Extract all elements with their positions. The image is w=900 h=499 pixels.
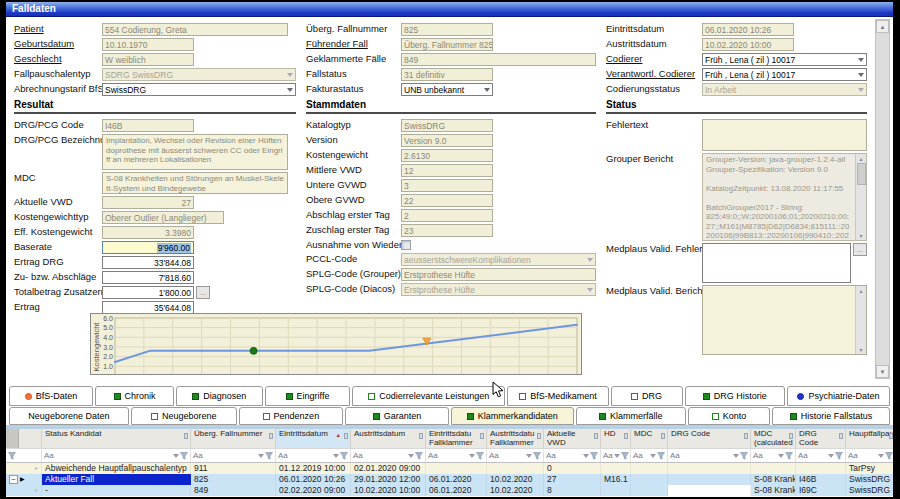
chevron-down-icon[interactable] <box>258 454 264 461</box>
tab-codierrelevante-leistungen[interactable]: Codierrelevante Leistungen <box>352 386 505 406</box>
tab-klammerkandidaten[interactable]: Klammerkandidaten <box>451 407 574 425</box>
scroll-down-icon[interactable]: ▾ <box>859 231 862 240</box>
chevron-down-icon[interactable] <box>778 454 784 461</box>
filter-funnel-icon[interactable] <box>180 452 188 460</box>
tab-konto[interactable]: Konto <box>688 407 770 425</box>
filter-austrittsdatu-fallklammer[interactable]: Aa <box>487 449 544 462</box>
chevron-down-icon[interactable] <box>828 454 834 461</box>
chevron-down-icon[interactable] <box>469 454 475 461</box>
tab-eingriffe[interactable]: Eingriffe <box>265 386 350 406</box>
column-header-drg-code[interactable]: DRG Code <box>668 429 751 448</box>
ausnahme-von-wiederaufr-checkbox[interactable] <box>401 240 411 250</box>
codierer-select[interactable]: Früh , Lena ( zil ) 10017 <box>702 53 867 66</box>
column-header-eintrittsdatum[interactable]: Eintrittsdatum▲ <box>276 429 351 448</box>
tab-neugeborene[interactable]: Neugeborene <box>131 407 237 425</box>
filter-mdc[interactable]: Aa <box>631 449 668 462</box>
filter-drg-code[interactable]: Aa <box>668 449 751 462</box>
scroll-down-icon[interactable]: ▾ <box>859 345 862 354</box>
scroll-down-icon[interactable]: ▼ <box>876 365 889 378</box>
column-header-status-kandidat[interactable]: Status Kandidat <box>42 429 191 448</box>
filter-funnel-icon[interactable] <box>740 452 748 460</box>
tab-klammerfälle[interactable]: Klammerfälle <box>576 407 686 425</box>
filter-eintrittsdatu-fallklammer[interactable]: Aa <box>426 449 487 462</box>
collapse-icon[interactable]: − <box>9 475 18 484</box>
filter-drg-code-calculated[interactable]: Aa <box>796 449 846 462</box>
column-header-eintrittsdatu-fallklammer[interactable]: Eintrittsdatu Fallklammer <box>426 429 487 448</box>
tab-bfs-daten[interactable]: BfS-Daten <box>9 386 93 406</box>
fakturastatus-select[interactable]: UNB unbekannt <box>401 83 493 96</box>
tab-bfs-medikament[interactable]: BfS-Medikament <box>507 386 608 406</box>
table-row[interactable]: ▸-84902.02.2020 09:0010.02.2020 10:0006.… <box>6 485 893 496</box>
chevron-down-icon[interactable] <box>650 454 656 461</box>
column-header-austrittsdatu-fallklammer[interactable]: Austrittsdatu Fallklammer <box>487 429 544 448</box>
filter-funnel-icon[interactable] <box>340 452 348 460</box>
filter-überg-fallnummer[interactable]: Aa <box>191 449 276 462</box>
filter-funnel-icon[interactable] <box>590 452 598 460</box>
filter-funnel-icon[interactable] <box>835 452 843 460</box>
filter-eintrittsdatum[interactable]: Aa <box>276 449 351 462</box>
filter-funnel-icon[interactable] <box>885 452 893 460</box>
chevron-down-icon[interactable] <box>408 454 414 461</box>
filter-funnel-icon[interactable] <box>415 452 423 460</box>
totalbetrag-zusatzentgelte-field[interactable]: 1'800.00 <box>102 286 194 299</box>
filter-austrittsdatum[interactable]: Aa <box>351 449 426 462</box>
column-header-hauptfallpau[interactable]: Hauptfallpau <box>846 429 893 448</box>
table-row[interactable]: −▶Aktueller Fall82506.01.2020 10:2629.01… <box>6 474 893 485</box>
chevron-down-icon[interactable] <box>614 454 620 461</box>
filter-aktuelle-vwd[interactable]: Aa <box>544 449 601 462</box>
filter-funnel-icon[interactable] <box>265 452 273 460</box>
scroll-up-icon[interactable]: ▴ <box>859 154 862 163</box>
filter-funnel-icon[interactable] <box>533 452 541 460</box>
tab-diagnosen[interactable]: Diagnosen <box>176 386 263 406</box>
chevron-down-icon[interactable] <box>173 454 179 461</box>
filter-hauptfallpau[interactable]: Aa <box>846 449 893 462</box>
filter-hd[interactable]: Aa <box>601 449 631 462</box>
column-header-austrittsdatum[interactable]: Austrittsdatum <box>351 429 426 448</box>
grouper-bericht-scrollbar[interactable]: ▴▾ <box>855 154 866 240</box>
column-header-hd[interactable]: HD <box>601 429 631 448</box>
chevron-down-icon[interactable] <box>333 454 339 461</box>
tab-drg-historie[interactable]: DRG Historie <box>685 386 785 406</box>
column-header-label: Austrittsdatum <box>354 429 405 438</box>
tab-drg[interactable]: DRG <box>611 386 683 406</box>
filter-funnel-icon[interactable] <box>621 452 629 460</box>
medplaus-valid-bericht-scrollbar[interactable]: ▴▾ <box>855 286 866 354</box>
totalbetrag-zusatzentgelte-more-button[interactable]: ... <box>196 286 210 299</box>
tab-garanten[interactable]: Garanten <box>345 407 449 425</box>
filter-selector[interactable] <box>6 449 42 462</box>
tab-chronik[interactable]: Chronik <box>95 386 174 406</box>
baserate-field[interactable]: 9'960.00 <box>102 241 194 254</box>
scroll-thumb[interactable] <box>857 163 866 185</box>
zu-bzw-abschlaege-field[interactable]: 7'818.60 <box>102 271 194 284</box>
filter-mdc-calculated[interactable]: Aa <box>751 449 796 462</box>
column-header-drg-code-calculated[interactable]: DRG Code (calculated) <box>796 429 846 448</box>
column-header-überg-fallnummer[interactable]: Überg. Fallnummer <box>191 429 276 448</box>
filter-funnel-icon[interactable] <box>657 452 665 460</box>
current-row-marker[interactable]: −▶ <box>6 474 42 485</box>
ertrag-drg-field[interactable]: 33'844.08 <box>102 256 194 269</box>
chevron-down-icon[interactable] <box>583 454 589 461</box>
abrechnungstarif-bfs-select[interactable]: SwissDRG <box>102 83 296 96</box>
verantwortl-codierer-select[interactable]: Früh , Lena ( zil ) 10017 <box>702 68 867 81</box>
filter-status-kandidat[interactable]: Aa <box>42 449 191 462</box>
tab-psychiatrie-daten[interactable]: Psychiatrie-Daten <box>787 386 890 406</box>
column-header-mdc[interactable]: MDC <box>631 429 668 448</box>
tab-neugeborene-daten[interactable]: Neugeborene Daten <box>9 407 129 425</box>
filter-funnel-icon[interactable] <box>785 452 793 460</box>
scroll-up-icon[interactable]: ▴ <box>859 286 862 295</box>
scroll-up-icon[interactable]: ▲ <box>876 20 889 33</box>
medplaus-valid-fehler-more-button[interactable]: ... <box>853 243 867 256</box>
form-scrollbar[interactable]: ▲ ▼ <box>875 19 890 379</box>
chevron-down-icon[interactable] <box>526 454 532 461</box>
row-marker[interactable]: ▸ <box>6 485 42 496</box>
row-marker[interactable]: ▸ <box>6 463 42 474</box>
chevron-down-icon[interactable] <box>733 454 739 461</box>
table-row[interactable]: ▸Abweichende Hauptfallpauschalentyp91101… <box>6 463 893 474</box>
filter-funnel-icon[interactable] <box>476 452 484 460</box>
tab-pendenzen[interactable]: Pendenzen <box>239 407 343 425</box>
chevron-down-icon[interactable] <box>878 454 884 461</box>
tab-historie-fallstatus[interactable]: Historie Fallstatus <box>772 407 890 425</box>
column-header-aktuelle-vwd[interactable]: Aktuelle VWD <box>544 429 601 448</box>
medplaus-valid-fehler-textarea[interactable] <box>702 243 851 283</box>
column-header-mdc-calculated[interactable]: MDC (calculated <box>751 429 796 448</box>
